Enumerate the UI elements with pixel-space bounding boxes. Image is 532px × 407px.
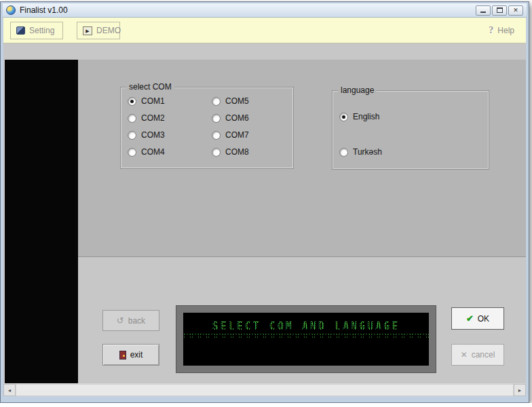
radio-label: COM5: [225, 96, 249, 106]
cancel-label: cancel: [472, 350, 495, 360]
app-window: Finalist v1.00 ✕ Setting ▶ DEMO ? Help s…: [0, 1, 529, 403]
language-groupbox: language English Turkəsh: [332, 90, 489, 170]
scroll-left-icon: ◄: [7, 388, 12, 393]
setting-button[interactable]: Setting: [10, 22, 63, 39]
radio-com7[interactable]: COM7: [212, 130, 249, 140]
setting-label: Setting: [29, 26, 54, 35]
scrollbar-thumb[interactable]: [16, 384, 514, 396]
maximize-icon: [497, 7, 503, 13]
close-button[interactable]: ✕: [508, 5, 523, 16]
radio-indicator: [212, 114, 221, 123]
demo-label: DEMO: [96, 26, 121, 35]
setting-icon: [16, 26, 25, 35]
radio-com3[interactable]: COM3: [128, 130, 165, 140]
window-controls: ✕: [476, 5, 523, 16]
horizontal-scrollbar[interactable]: ◄ ►: [3, 383, 526, 395]
radio-com4[interactable]: COM4: [128, 147, 165, 157]
radio-label: COM6: [225, 113, 249, 123]
radio-indicator: [128, 148, 136, 157]
scroll-right-button[interactable]: ►: [514, 384, 526, 396]
cancel-button[interactable]: ✕ cancel: [451, 344, 504, 366]
radio-label: COM7: [225, 130, 249, 140]
radio-label: English: [353, 112, 379, 121]
radio-com1[interactable]: COM1: [128, 96, 165, 106]
close-icon: ✕: [513, 7, 518, 14]
left-black-panel: [5, 60, 78, 383]
radio-indicator: [212, 97, 221, 106]
help-icon: ?: [489, 25, 493, 36]
ok-button[interactable]: ✔ OK: [451, 307, 504, 330]
demo-button[interactable]: ▶ DEMO: [77, 22, 120, 39]
radio-indicator: [128, 97, 136, 106]
radio-indicator: [128, 114, 136, 123]
toolbar: Setting ▶ DEMO ? Help: [3, 18, 526, 43]
radio-label: COM2: [141, 113, 165, 123]
maximize-button[interactable]: [492, 5, 507, 16]
radio-com2[interactable]: COM2: [128, 113, 165, 123]
led-display-frame: SELECT COM AND LANGUAGE: [176, 305, 436, 373]
language-group-title: language: [338, 85, 377, 95]
com-groupbox: select COM COM1 COM2 COM3 COM4 COM5 COM6…: [120, 87, 294, 169]
radio-label: COM3: [141, 130, 165, 140]
scroll-right-icon: ►: [518, 388, 522, 393]
led-message: SELECT COM AND LANGUAGE: [183, 320, 429, 332]
ok-check-icon: ✔: [466, 314, 474, 323]
window-title: Finalist v1.00: [20, 5, 68, 15]
back-icon: ↺: [117, 316, 124, 325]
radio-label: Turkəsh: [353, 147, 382, 157]
demo-icon: ▶: [83, 26, 92, 35]
radio-indicator: [212, 148, 221, 157]
titlebar[interactable]: Finalist v1.00 ✕: [3, 3, 527, 18]
radio-indicator: [339, 148, 348, 157]
app-icon: [6, 5, 16, 15]
radio-indicator: [212, 131, 221, 140]
radio-label: COM8: [225, 147, 249, 157]
help-label: Help: [497, 26, 514, 35]
minimize-icon: [480, 12, 486, 13]
radio-label: COM4: [141, 147, 165, 157]
back-label: back: [128, 316, 145, 326]
minimize-button[interactable]: [476, 5, 491, 16]
exit-icon: [119, 351, 126, 360]
exit-button[interactable]: exit: [102, 344, 159, 366]
led-dot-row: [183, 333, 429, 338]
radio-turkish[interactable]: Turkəsh: [339, 147, 382, 157]
cancel-x-icon: ✕: [461, 351, 468, 359]
led-display: SELECT COM AND LANGUAGE: [183, 313, 429, 366]
help-button[interactable]: ? Help: [473, 22, 520, 39]
exit-label: exit: [130, 350, 143, 360]
radio-com6[interactable]: COM6: [212, 113, 249, 123]
radio-label: COM1: [141, 96, 165, 106]
scroll-left-button[interactable]: ◄: [3, 384, 16, 396]
com-group-title: select COM: [126, 82, 174, 92]
radio-indicator: [339, 113, 348, 121]
radio-com8[interactable]: COM8: [212, 147, 249, 157]
back-button[interactable]: ↺ back: [102, 310, 159, 331]
radio-com5[interactable]: COM5: [212, 96, 249, 106]
ok-label: OK: [478, 314, 489, 324]
radio-english[interactable]: English: [339, 111, 379, 122]
radio-indicator: [128, 131, 136, 140]
